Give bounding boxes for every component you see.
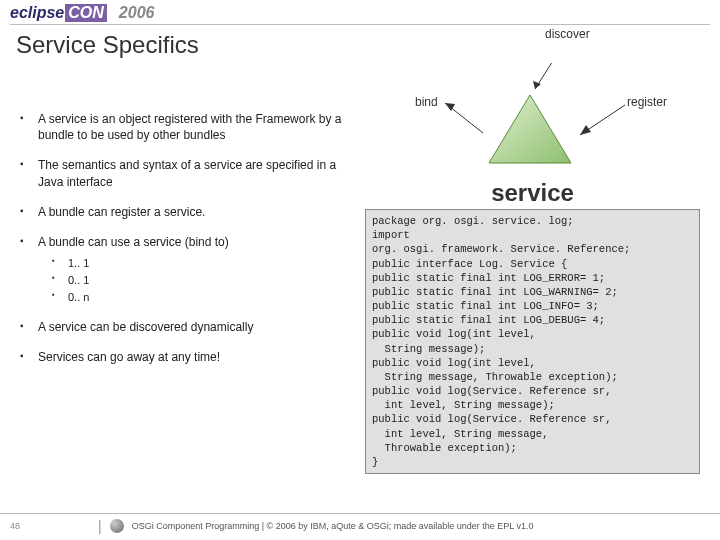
bullet-4-text: A bundle can use a service (bind to) <box>38 235 229 249</box>
footer: 48 | OSGi Component Programming | © 2006… <box>0 513 720 534</box>
header-rule <box>10 24 710 25</box>
bullet-2: The semantics and syntax of a service ar… <box>20 157 357 189</box>
content: A service is an object registered with t… <box>0 63 720 474</box>
bullet-3: A bundle can register a service. <box>20 204 357 220</box>
logo-text-a: eclipse <box>10 4 64 22</box>
sub-bullet-list: 1.. 1 0.. 1 0.. n <box>38 256 357 305</box>
code-listing: package org. osgi. service. log; import … <box>365 209 700 474</box>
slide-title: Service Specifics <box>16 31 720 59</box>
logo-text-b: CON <box>65 4 107 22</box>
left-column: A service is an object registered with t… <box>20 63 365 474</box>
bullet-6: Services can go away at any time! <box>20 349 357 365</box>
label-discover: discover <box>545 27 590 41</box>
service-heading: service <box>365 179 700 207</box>
sub-bullet-3: 0.. n <box>38 290 357 305</box>
page-number: 48 <box>10 521 90 531</box>
right-column: discover bind register <box>365 63 700 474</box>
bullet-1: A service is an object registered with t… <box>20 111 357 143</box>
footer-divider: | <box>98 518 102 534</box>
footer-orb-icon <box>110 519 124 533</box>
bullet-4: A bundle can use a service (bind to) 1..… <box>20 234 357 305</box>
header-year: 2006 <box>119 4 155 22</box>
service-diagram: discover bind register <box>365 63 700 183</box>
diagram-arrows <box>365 63 700 183</box>
bullet-5: A service can be discovered dynamically <box>20 319 357 335</box>
sub-bullet-2: 0.. 1 <box>38 273 357 288</box>
svg-marker-6 <box>580 125 591 135</box>
bullet-list: A service is an object registered with t… <box>20 111 357 365</box>
sub-bullet-1: 1.. 1 <box>38 256 357 271</box>
logo: eclipseCON <box>10 4 107 22</box>
footer-text: OSGi Component Programming | © 2006 by I… <box>132 521 534 531</box>
header: eclipseCON 2006 <box>0 0 720 22</box>
